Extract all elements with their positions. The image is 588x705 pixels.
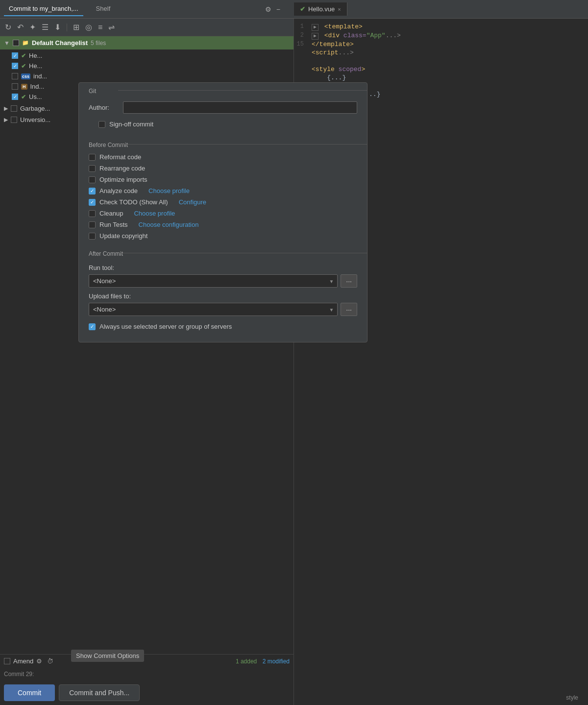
- file-name-1: He...: [29, 52, 42, 59]
- check-todo-configure-link[interactable]: Configure: [179, 198, 206, 206]
- code-line-2: 2 ▶ <div class="App"...>: [294, 31, 588, 40]
- file-checkbox-1[interactable]: [12, 52, 18, 59]
- file-name-2: He...: [29, 62, 42, 70]
- reformat-row[interactable]: Reformat code: [79, 151, 367, 163]
- changelist-checkbox[interactable]: [13, 40, 19, 46]
- file-checkbox-3[interactable]: [12, 73, 18, 79]
- optimize-checkbox[interactable]: [89, 176, 96, 183]
- file-checkbox-2[interactable]: [12, 63, 18, 69]
- list-item[interactable]: ✔ He...: [0, 61, 294, 71]
- cleanup-choose-profile-link[interactable]: Choose profile: [134, 210, 175, 217]
- run-tool-row: <None> ▼ ···: [89, 274, 357, 288]
- commit-push-button[interactable]: Commit and Push...: [59, 684, 140, 701]
- code-line-1: 1 ▶ <template>: [294, 23, 588, 31]
- update-copyright-row[interactable]: Update copyright: [79, 230, 367, 242]
- code-line-script: <script...>: [294, 49, 588, 57]
- run-tool-select[interactable]: <None>: [89, 274, 338, 288]
- expand-icon-1[interactable]: ▶: [312, 24, 318, 31]
- line-content-script: <script...>: [312, 49, 354, 56]
- author-input[interactable]: [123, 101, 357, 114]
- analyze-choose-profile-link[interactable]: Choose profile: [148, 187, 190, 194]
- list-item[interactable]: ✔ He...: [0, 50, 294, 61]
- minimize-icon[interactable]: −: [276, 5, 280, 13]
- run-tests-choose-config-link[interactable]: Choose configuration: [139, 221, 199, 228]
- changelist-count: 5 files: [91, 40, 106, 47]
- optimize-row[interactable]: Optimize imports: [79, 174, 367, 185]
- file-name-5: Us...: [29, 93, 42, 100]
- settings-icon[interactable]: ⚙: [265, 5, 271, 13]
- commit-tab[interactable]: Commit to my_branch,...: [4, 2, 83, 16]
- h-icon: H: [21, 84, 27, 90]
- run-tool-label: Run tool:: [89, 264, 357, 271]
- reformat-checkbox[interactable]: [89, 154, 96, 161]
- run-tool-dots-button[interactable]: ···: [341, 274, 357, 288]
- magic-icon[interactable]: ✦: [28, 22, 37, 33]
- vue-icon-2: ✔: [21, 63, 26, 70]
- author-label: Author:: [89, 104, 118, 111]
- changelist-header[interactable]: ▼ 📁 Default Changelist 5 files: [0, 36, 294, 49]
- sign-off-checkbox[interactable]: [98, 121, 105, 128]
- align2-icon[interactable]: ⇌: [107, 22, 116, 33]
- group-arrow-unversioned: ▶: [4, 117, 8, 123]
- eye-icon[interactable]: ◎: [84, 22, 93, 33]
- file-name-4: Ind...: [30, 83, 45, 90]
- align-icon[interactable]: ≡: [97, 22, 103, 33]
- changelist-title: Default Changelist: [32, 39, 88, 47]
- status-text: 1 added 2 modified: [236, 658, 290, 665]
- status-modified: 2 modified: [263, 658, 290, 665]
- close-tab-icon[interactable]: ×: [338, 6, 341, 12]
- hello-vue-tab[interactable]: ✔ Hello.vue ×: [294, 2, 347, 16]
- bottom-area: Amend ⚙ ⏱ 1 added 2 modified Commit 29:: [0, 654, 294, 681]
- analyze-checkbox[interactable]: [89, 188, 96, 194]
- rearrange-row[interactable]: Rearrange code: [79, 163, 367, 174]
- update-copyright-checkbox[interactable]: [89, 233, 96, 240]
- rearrange-label: Rearrange code: [99, 165, 145, 172]
- upload-files-row: <None> ▼ ···: [89, 303, 357, 316]
- amend-checkbox[interactable]: [4, 658, 10, 664]
- commit-options-panel: Git Author: Sign-off commit Before Commi…: [78, 82, 368, 342]
- cleanup-row[interactable]: Cleanup Choose profile: [79, 208, 367, 219]
- update-copyright-label: Update copyright: [99, 232, 147, 240]
- group-name-garbage: Garbage...: [20, 105, 50, 112]
- analyze-row[interactable]: Analyze code Choose profile: [79, 185, 367, 196]
- before-commit-title: Before Commit: [79, 137, 367, 151]
- list-icon[interactable]: ☰: [41, 22, 49, 33]
- file-checkbox-5[interactable]: [12, 94, 18, 100]
- download-icon[interactable]: ⬇: [53, 22, 62, 33]
- title-bar-icons: ⚙ −: [265, 5, 280, 13]
- after-commit-section: Run tool: <None> ▼ ··· Upload files to: …: [79, 260, 367, 336]
- check-todo-checkbox[interactable]: [89, 199, 96, 206]
- css-icon: css: [21, 73, 30, 79]
- upload-files-dropdown-wrapper: <None> ▼: [89, 303, 338, 316]
- cleanup-checkbox[interactable]: [89, 210, 96, 217]
- expand-icon-2[interactable]: ▶: [312, 33, 318, 40]
- code-line-style: <style scoped>: [294, 65, 588, 73]
- grid-icon[interactable]: ⊞: [72, 22, 80, 33]
- file-name-3: ind...: [33, 73, 47, 80]
- amend-clock-icon[interactable]: ⏱: [47, 657, 53, 665]
- undo-icon[interactable]: ↶: [16, 22, 24, 33]
- rearrange-checkbox[interactable]: [89, 165, 96, 172]
- editor-tab-filename: Hello.vue: [308, 5, 335, 13]
- group-checkbox-garbage[interactable]: [11, 105, 17, 112]
- refresh-icon[interactable]: ↻: [4, 22, 12, 33]
- line-num-1: 1: [294, 23, 312, 30]
- check-todo-row[interactable]: Check TODO (Show All) Configure: [79, 196, 367, 208]
- always-use-server-row[interactable]: Always use selected server or group of s…: [89, 321, 357, 332]
- list-item[interactable]: css ind...: [0, 71, 294, 81]
- upload-files-select[interactable]: <None>: [89, 303, 338, 316]
- shelf-tab[interactable]: Shelf: [91, 2, 116, 16]
- reformat-label: Reformat code: [99, 153, 141, 161]
- file-checkbox-4[interactable]: [12, 83, 18, 90]
- commit-button[interactable]: Commit: [4, 684, 55, 701]
- sign-off-row[interactable]: Sign-off commit: [89, 119, 357, 130]
- run-tests-row[interactable]: Run Tests Choose configuration: [79, 219, 367, 230]
- group-checkbox-unversioned[interactable]: [11, 117, 17, 123]
- code-line-15: 15 </template>: [294, 40, 588, 49]
- line-content-2: ▶ <div class="App"...>: [312, 32, 401, 40]
- run-tests-checkbox[interactable]: [89, 221, 96, 228]
- always-use-server-checkbox[interactable]: [89, 323, 96, 330]
- upload-files-dots-button[interactable]: ···: [341, 303, 357, 316]
- optimize-label: Optimize imports: [99, 176, 147, 183]
- amend-gear-icon[interactable]: ⚙: [36, 657, 42, 665]
